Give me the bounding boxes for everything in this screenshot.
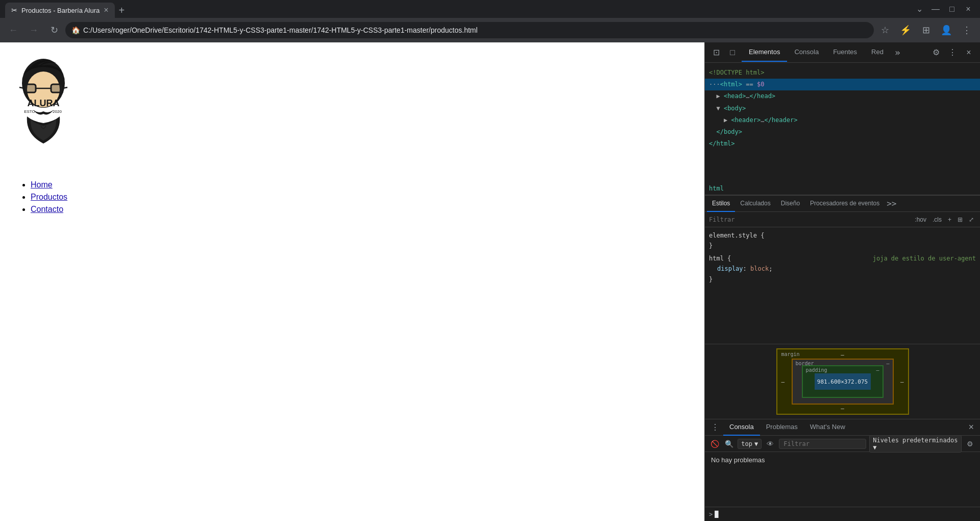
style-rule-element: element.style { } xyxy=(705,229,980,252)
profile-button[interactable]: 👤 xyxy=(937,21,955,39)
devtools-tab-elementos[interactable]: Elementos xyxy=(742,43,787,62)
add-style-button[interactable]: + xyxy=(946,215,953,224)
filter-input[interactable] xyxy=(709,216,909,223)
html-line-header[interactable]: ▶ <header>…</header> xyxy=(705,114,980,126)
address-text: C:/Users/roger/OneDrive/Escritorio/1742-… xyxy=(83,26,868,34)
tab-close-button[interactable]: × xyxy=(104,6,108,14)
styles-tab-estilos[interactable]: Estilos xyxy=(707,196,735,212)
console-tab-consola[interactable]: Consola xyxy=(723,419,760,436)
devtools-settings-button[interactable]: ⚙ xyxy=(929,45,943,60)
box-model-border: border – padding – 981.600×372.075 xyxy=(792,359,894,405)
console-filter-input[interactable] xyxy=(779,439,866,449)
console-clear-button[interactable]: 🚫 xyxy=(709,438,720,450)
html-line-head[interactable]: ▶ <head>…</head> xyxy=(705,90,980,102)
new-tab-button[interactable]: + xyxy=(115,3,129,18)
devtools-more-button[interactable]: ⋮ xyxy=(945,45,960,60)
box-model-margin-bottom: – xyxy=(841,405,844,412)
nav-right-controls: ☆ ⚡ ⊞ 👤 ⋮ xyxy=(876,21,976,39)
console-level-label: Niveles predeterminados xyxy=(873,437,958,444)
svg-text:ESTO: ESTO xyxy=(24,109,35,114)
webpage-nav: Home Productos Contacto xyxy=(10,177,694,217)
box-model-margin-top: – xyxy=(841,351,844,358)
split-button[interactable]: ⊞ xyxy=(917,21,935,39)
title-bar: ✂ Productos - Barbería Alura × + ⌄ — □ × xyxy=(0,0,980,18)
console-tab-problemas[interactable]: Problemas xyxy=(760,419,804,436)
breadcrumb-bar: html xyxy=(705,182,980,195)
box-model-margin-right: – xyxy=(900,378,904,385)
hov-button[interactable]: :hov xyxy=(913,215,928,224)
menu-button[interactable]: ⋮ xyxy=(958,21,976,39)
alura-logo-svg: ALURA ESTO 2020 xyxy=(10,53,77,160)
styles-tab-more[interactable]: >> xyxy=(885,199,898,208)
close-window-button[interactable]: × xyxy=(961,2,976,17)
bookmark-button[interactable]: ☆ xyxy=(876,21,894,39)
styles-tab-calculados[interactable]: Calculados xyxy=(735,196,775,212)
browser-tab[interactable]: ✂ Productos - Barbería Alura × xyxy=(5,3,115,18)
webpage-logo: ALURA ESTO 2020 xyxy=(10,53,694,162)
breadcrumb-html[interactable]: html xyxy=(709,185,724,192)
html-line-body-close[interactable]: </body> xyxy=(705,126,980,138)
devtools-toolbar: ⊡ □ Elementos Consola Fuentes Red » ⚙ ⋮ … xyxy=(705,42,980,63)
devtools-close-button[interactable]: × xyxy=(962,45,976,60)
expand-button[interactable]: ⤢ xyxy=(967,215,976,224)
navigation-bar: ← → ↻ 🏠 C:/Users/roger/OneDrive/Escritor… xyxy=(0,18,980,42)
html-line-body[interactable]: ▼ <body> xyxy=(705,103,980,114)
console-dots-button[interactable]: ⋮ xyxy=(707,422,723,432)
devtools-panel: ⊡ □ Elementos Consola Fuentes Red » ⚙ ⋮ … xyxy=(704,42,980,521)
elements-panel: <!DOCTYPE html> ···<html> == $0 ▶ <head>… xyxy=(705,63,980,196)
console-close-button[interactable]: × xyxy=(964,422,978,433)
html-line-doctype[interactable]: <!DOCTYPE html> xyxy=(705,67,980,79)
tab-bar: ✂ Productos - Barbería Alura × + xyxy=(0,0,908,18)
styles-panel: Estilos Calculados Diseño Procesadores d… xyxy=(705,196,980,419)
maximize-button[interactable]: □ xyxy=(944,2,960,17)
browser-body: ALURA ESTO 2020 Home xyxy=(0,42,980,521)
nav-link-home[interactable]: Home xyxy=(31,180,53,189)
console-tabs: ⋮ Consola Problemas What's New × xyxy=(705,419,980,436)
refresh-button[interactable]: ↻ xyxy=(45,21,63,39)
styles-tab-procesadores[interactable]: Procesadores de eventos xyxy=(805,196,885,212)
console-cursor[interactable]: █ xyxy=(715,511,718,518)
console-input-row: > █ xyxy=(705,507,980,521)
list-tabs-button[interactable]: ⌄ xyxy=(912,2,927,17)
styles-tab-disenio[interactable]: Diseño xyxy=(776,196,805,212)
box-model-border-dash: – xyxy=(886,361,889,366)
svg-text:ALURA: ALURA xyxy=(28,98,60,108)
console-tab-whatsnew[interactable]: What's New xyxy=(804,419,851,436)
html-tree: <!DOCTYPE html> ···<html> == $0 ▶ <head>… xyxy=(705,63,980,182)
style-comment: joja de estilo de user-agent xyxy=(873,253,976,264)
box-model-padding-dash: – xyxy=(876,367,879,373)
forward-button[interactable]: → xyxy=(24,21,43,39)
minimize-button[interactable]: — xyxy=(928,2,943,17)
console-context-select[interactable]: top ▼ xyxy=(738,439,762,449)
layout-button[interactable]: ⊞ xyxy=(955,215,965,224)
styles-sub-tabs: Estilos Calculados Diseño Procesadores d… xyxy=(705,196,980,212)
box-model-margin-left: – xyxy=(781,378,785,385)
devtools-tab-more[interactable]: » xyxy=(891,47,904,58)
nav-link-productos[interactable]: Productos xyxy=(31,193,67,201)
html-line-html-close[interactable]: </html> xyxy=(705,138,980,150)
console-no-problems: No hay problemas xyxy=(711,456,765,464)
address-bar[interactable]: 🏠 C:/Users/roger/OneDrive/Escritorio/174… xyxy=(65,22,874,38)
tab-title: Productos - Barbería Alura xyxy=(21,7,100,14)
devtools-tab-red[interactable]: Red xyxy=(864,43,891,62)
console-settings-button[interactable]: ⚙ xyxy=(965,438,976,450)
console-level-arrow: ▼ xyxy=(873,444,876,451)
devtools-tab-fuentes[interactable]: Fuentes xyxy=(826,43,864,62)
console-filter-button[interactable]: 🔍 xyxy=(723,438,734,450)
console-eye-button[interactable]: 👁 xyxy=(765,438,776,450)
box-model-section: margin – – – – border – padding – xyxy=(705,344,980,419)
cls-button[interactable]: .cls xyxy=(930,215,944,224)
browser-window: ✂ Productos - Barbería Alura × + ⌄ — □ ×… xyxy=(0,0,980,521)
html-line-html[interactable]: ···<html> == $0 xyxy=(705,79,980,90)
back-button[interactable]: ← xyxy=(4,21,22,39)
inspector-button[interactable]: ⊡ xyxy=(709,45,723,60)
window-controls: ⌄ — □ × xyxy=(908,0,980,18)
console-level-select[interactable]: Niveles predeterminados ▼ xyxy=(869,435,962,453)
box-model-padding-label: padding xyxy=(806,367,827,373)
console-content: No hay problemas xyxy=(705,452,980,507)
nav-link-contacto[interactable]: Contacto xyxy=(31,205,63,214)
box-model-margin: margin – – – – border – padding – xyxy=(776,348,909,415)
extensions-button[interactable]: ⚡ xyxy=(896,21,915,39)
device-button[interactable]: □ xyxy=(725,45,740,60)
devtools-tab-consola-header[interactable]: Consola xyxy=(787,43,826,62)
